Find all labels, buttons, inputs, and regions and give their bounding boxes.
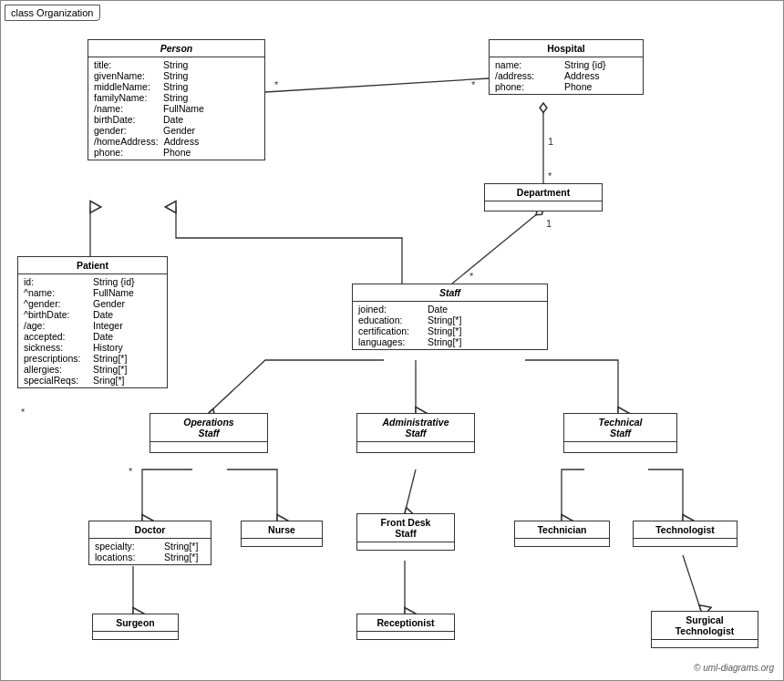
class-receptionist-header: Receptionist <box>357 614 454 632</box>
class-hospital-body: name:String {id} /address:Address phone:… <box>490 57 643 94</box>
class-staff-header: Staff <box>353 284 547 302</box>
class-technical-staff: TechnicalStaff <box>563 413 677 453</box>
class-surgeon-body <box>93 632 178 639</box>
svg-text:1: 1 <box>546 218 552 229</box>
class-technologist-header: Technologist <box>634 521 737 539</box>
svg-text:*: * <box>274 79 279 90</box>
class-hospital-header: Hospital <box>490 40 643 57</box>
class-person-body: title:String givenName:String middleName… <box>88 57 264 160</box>
class-front-desk-staff-body <box>357 542 454 550</box>
class-staff: Staff joined:Date education:String[*] ce… <box>352 284 548 350</box>
class-receptionist: Receptionist <box>356 614 455 640</box>
class-surgeon: Surgeon <box>92 614 179 640</box>
class-surgical-technologist: SurgicalTechnologist <box>651 611 758 648</box>
class-technician-body <box>515 539 609 546</box>
class-person-header: Person <box>88 40 264 57</box>
class-operations-staff: OperationsStaff <box>150 413 268 453</box>
class-front-desk-staff-header: Front DeskStaff <box>357 514 454 542</box>
class-patient-header: Patient <box>18 257 167 274</box>
svg-line-16 <box>683 555 701 611</box>
class-patient-body: id:String {id} ^name:FullName ^gender:Ge… <box>18 274 167 387</box>
class-nurse-header: Nurse <box>242 521 322 539</box>
svg-text:*: * <box>548 170 552 181</box>
class-administrative-staff-header: AdministrativeStaff <box>357 414 474 442</box>
svg-text:*: * <box>471 79 476 90</box>
class-person: Person title:String givenName:String mid… <box>88 39 265 160</box>
svg-line-6 <box>452 209 543 284</box>
class-surgical-technologist-header: SurgicalTechnologist <box>652 612 758 640</box>
diagram-title: class Organization <box>5 5 100 21</box>
class-surgeon-header: Surgeon <box>93 614 178 632</box>
class-surgical-technologist-body <box>652 640 758 647</box>
copyright-text: © uml-diagrams.org <box>694 663 774 673</box>
class-department: Department <box>484 183 603 212</box>
class-front-desk-staff: Front DeskStaff <box>356 513 455 551</box>
class-operations-staff-header: OperationsStaff <box>150 414 267 442</box>
class-administrative-staff-body <box>357 442 474 449</box>
class-staff-body: joined:Date education:String[*] certific… <box>353 302 547 349</box>
class-doctor-header: Doctor <box>89 521 211 539</box>
class-technologist-body <box>634 539 737 546</box>
svg-line-13 <box>405 469 416 513</box>
class-department-body <box>485 201 602 211</box>
class-doctor: Doctor specialty:String[*] locations:Str… <box>88 521 211 565</box>
class-doctor-body: specialty:String[*] locations:String[*] <box>89 539 211 564</box>
diagram-container: class Organization 1 * <box>0 0 784 681</box>
class-operations-staff-body <box>150 442 267 449</box>
class-technical-staff-header: TechnicalStaff <box>564 414 676 442</box>
class-technician: Technician <box>514 521 610 547</box>
class-technician-header: Technician <box>515 521 609 539</box>
svg-text:*: * <box>469 271 474 282</box>
class-hospital: Hospital name:String {id} /address:Addre… <box>489 39 644 95</box>
class-technologist: Technologist <box>633 521 738 547</box>
svg-text:1: 1 <box>548 136 553 147</box>
class-receptionist-body <box>357 632 454 639</box>
svg-text:*: * <box>21 407 26 418</box>
class-patient: Patient id:String {id} ^name:FullName ^g… <box>17 256 168 388</box>
class-nurse-body <box>242 539 322 546</box>
svg-text:*: * <box>129 466 133 477</box>
class-administrative-staff: AdministrativeStaff <box>356 413 475 453</box>
class-department-header: Department <box>485 184 602 201</box>
class-technical-staff-body <box>564 442 676 449</box>
class-nurse: Nurse <box>241 521 323 547</box>
svg-line-9 <box>265 78 489 92</box>
